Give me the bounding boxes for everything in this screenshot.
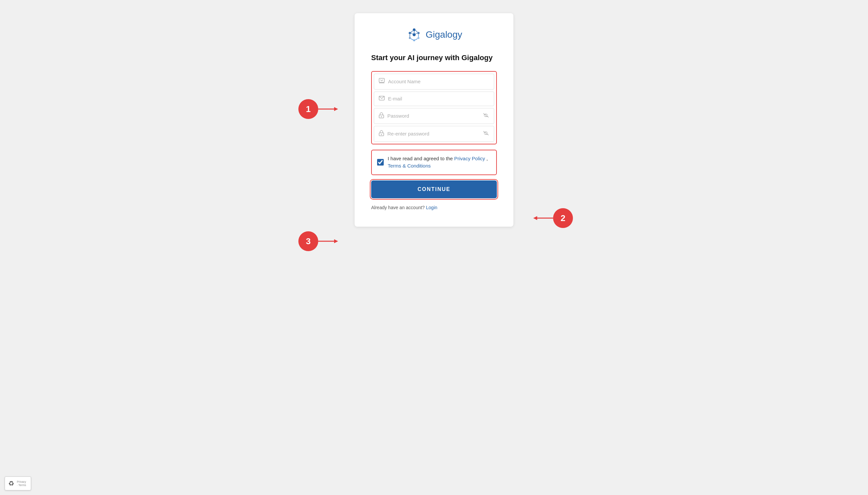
svg-marker-3: [334, 239, 338, 243]
reenter-password-toggle-icon[interactable]: [482, 131, 489, 137]
email-row: [374, 91, 494, 106]
account-icon: [379, 78, 385, 85]
annotation-2: 2: [533, 208, 573, 228]
continue-button[interactable]: CONTINUE: [371, 181, 497, 198]
recaptcha-logo-icon: ♻: [8, 479, 14, 488]
svg-point-12: [412, 33, 415, 36]
password-row: [374, 108, 494, 124]
svg-rect-22: [379, 78, 384, 82]
login-link[interactable]: Login: [426, 205, 437, 210]
svg-point-7: [417, 32, 420, 34]
svg-marker-1: [334, 107, 338, 111]
circle-badge-3: 3: [298, 231, 318, 251]
svg-point-10: [409, 37, 411, 39]
svg-line-23: [380, 80, 382, 81]
terms-checkbox[interactable]: [377, 159, 384, 166]
svg-point-8: [417, 37, 420, 39]
password-toggle-icon[interactable]: [482, 113, 489, 119]
page-heading: Start your AI journey with Gigalogy: [371, 53, 497, 63]
privacy-policy-link[interactable]: Privacy Policy: [454, 156, 485, 161]
arrow-right-1: [318, 106, 338, 112]
circle-badge-1: 1: [298, 99, 318, 119]
recaptcha-info: Privacy · Terms: [17, 480, 28, 487]
svg-line-21: [411, 33, 413, 34]
circle-badge-2: 2: [553, 208, 573, 228]
reenter-password-row: [374, 126, 494, 142]
gigalogy-logo-icon: [406, 27, 422, 43]
annotation-1: 1: [298, 99, 338, 119]
logo-text: Gigalogy: [426, 30, 462, 40]
svg-point-30: [381, 134, 382, 135]
svg-point-11: [409, 32, 411, 34]
svg-marker-5: [533, 216, 537, 220]
arrow-left-2: [533, 215, 553, 221]
svg-line-19: [411, 31, 413, 32]
recaptcha-links: Privacy · Terms: [17, 480, 28, 487]
svg-point-6: [413, 29, 415, 31]
recaptcha-terms-link[interactable]: Terms: [18, 483, 26, 487]
password-input[interactable]: [387, 113, 480, 119]
form-fields-group: [371, 71, 497, 144]
page-wrapper: 1 3: [285, 6, 583, 227]
svg-line-16: [415, 39, 417, 40]
account-name-row: [374, 74, 494, 89]
svg-point-28: [381, 116, 382, 117]
logo-area: Gigalogy: [371, 27, 497, 43]
reenter-password-input[interactable]: [387, 131, 480, 136]
recaptcha-badge: ♻ Privacy · Terms: [5, 477, 31, 490]
terms-checkbox-area: I have read and agreed to the Privacy Po…: [371, 150, 497, 175]
lock-icon-2: [379, 130, 384, 137]
arrow-right-3: [318, 238, 338, 244]
recaptcha-privacy-link[interactable]: Privacy: [17, 480, 26, 483]
lock-icon: [379, 112, 384, 120]
terms-label: I have read and agreed to the Privacy Po…: [388, 155, 491, 170]
svg-line-14: [415, 30, 417, 32]
annotation-3: 3: [298, 231, 338, 251]
terms-conditions-link[interactable]: Terms & Conditions: [388, 163, 431, 169]
account-name-input[interactable]: [388, 79, 489, 84]
svg-line-24: [382, 80, 383, 81]
svg-line-17: [411, 39, 413, 40]
email-icon: [379, 96, 385, 102]
svg-point-9: [413, 39, 415, 41]
already-account-text: Already have an account? Login: [371, 205, 497, 210]
email-input[interactable]: [388, 96, 489, 101]
svg-line-20: [415, 33, 417, 34]
signup-card: 1 3: [355, 13, 513, 227]
